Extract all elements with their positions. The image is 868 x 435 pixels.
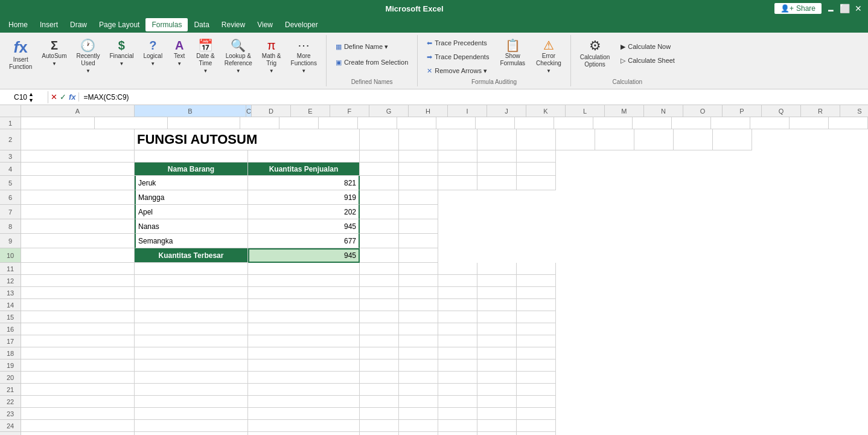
cell-c1[interactable] [168,117,240,129]
cell-c25[interactable] [248,432,360,435]
cell-b11[interactable] [135,263,248,275]
cell-b1[interactable] [95,117,168,129]
cell-e23[interactable] [399,408,438,420]
cell-f23[interactable] [438,408,477,420]
cell-c6[interactable]: 919 [248,190,360,205]
cell-f2[interactable] [438,129,477,150]
cell-e13[interactable] [399,287,438,299]
cell-c12[interactable] [248,275,360,287]
cell-g3[interactable] [477,150,517,163]
cell-c23[interactable] [248,408,360,420]
cell-g18[interactable] [477,347,517,359]
menu-view[interactable]: View [251,18,279,31]
maximize-icon[interactable]: ⬜ [840,4,850,13]
cell-c22[interactable] [248,396,360,408]
cell-e10[interactable] [399,248,438,263]
cell-h14[interactable] [517,299,556,311]
cell-d24[interactable] [360,420,399,432]
cell-r1[interactable] [790,117,829,129]
cell-f18[interactable] [438,347,477,359]
cell-b18[interactable] [135,347,248,359]
cell-f19[interactable] [438,359,477,372]
col-header-l[interactable]: L [566,105,605,117]
cell-g16[interactable] [477,323,517,335]
col-header-n[interactable]: N [644,105,683,117]
cell-g1[interactable] [358,117,397,129]
cell-a22[interactable] [21,396,135,408]
cell-a10[interactable] [21,248,135,263]
cell-d9[interactable] [360,234,399,248]
col-header-q[interactable]: Q [762,105,801,117]
cell-d15[interactable] [360,311,399,323]
cell-g5[interactable] [477,176,517,190]
cell-b22[interactable] [135,396,248,408]
cell-l2[interactable] [674,129,713,150]
cell-b2-title[interactable]: FUNGSI AUTOSUM [135,129,360,150]
menu-home[interactable]: Home [2,18,34,31]
cell-f5[interactable] [438,176,477,190]
cell-d19[interactable] [360,359,399,372]
cell-h18[interactable] [517,347,556,359]
cell-d2[interactable] [360,129,399,150]
cell-g23[interactable] [477,408,517,420]
cell-o1[interactable] [672,117,711,129]
menu-draw[interactable]: Draw [64,18,93,31]
cell-d10[interactable] [360,248,399,263]
cell-h5[interactable] [517,176,556,190]
define-name-button[interactable]: ▦ Define Name ▾ [331,40,392,53]
cell-h2[interactable] [517,129,556,150]
cell-a16[interactable] [21,323,135,335]
trace-precedents-button[interactable]: ⬅ Trace Precedents [423,36,493,50]
cell-f24[interactable] [438,420,477,432]
col-header-d[interactable]: D [252,105,291,117]
insert-function-button[interactable]: fx Insert Function [5,36,36,71]
cell-d23[interactable] [360,408,399,420]
cell-e16[interactable] [399,323,438,335]
formula-input[interactable]: =MAX(C5:C9) [79,93,868,102]
cell-b5[interactable]: Jeruk [135,176,248,190]
cell-g15[interactable] [477,311,517,323]
cell-e18[interactable] [399,347,438,359]
cell-e22[interactable] [399,396,438,408]
cell-d13[interactable] [360,287,399,299]
cell-d21[interactable] [360,384,399,396]
cell-c7[interactable]: 202 [248,205,360,219]
cell-b3[interactable] [135,150,248,163]
cell-b4-header[interactable]: Nama Barang [135,163,248,176]
cell-b23[interactable] [135,408,248,420]
lookup-button[interactable]: 🔍 Lookup &Reference ▼ [220,36,257,69]
cell-e25[interactable] [399,432,438,435]
cancel-formula-icon[interactable]: ✕ [51,92,57,102]
autosum-button[interactable]: Σ AutoSum ▼ [37,36,71,69]
cell-i2[interactable] [556,129,595,150]
col-header-g[interactable]: G [369,105,409,117]
cell-h13[interactable] [517,287,556,299]
cell-h12[interactable] [517,275,556,287]
cell-c17[interactable] [248,335,360,347]
cell-d18[interactable] [360,347,399,359]
cell-g13[interactable] [477,287,517,299]
cell-d22[interactable] [360,396,399,408]
cell-c10-footer[interactable]: 945 [248,248,360,263]
cell-f16[interactable] [438,323,477,335]
cell-b21[interactable] [135,384,248,396]
cell-g12[interactable] [477,275,517,287]
cell-b19[interactable] [135,359,248,372]
cell-h15[interactable] [517,311,556,323]
cell-b13[interactable] [135,287,248,299]
cell-b16[interactable] [135,323,248,335]
cell-b10-footer[interactable]: Kuantitas Terbesar [135,248,248,263]
cell-k2[interactable] [634,129,674,150]
cell-c14[interactable] [248,299,360,311]
cell-d25[interactable] [360,432,399,435]
col-header-c[interactable]: C [246,105,252,117]
fx-formula-icon[interactable]: fx [69,92,76,102]
recently-used-button[interactable]: 🕐 RecentlyUsed ▼ [72,36,104,69]
col-header-k[interactable]: K [526,105,566,117]
cell-a19[interactable] [21,359,135,372]
col-header-h[interactable]: H [409,105,448,117]
cell-l1[interactable] [554,117,593,129]
cell-a14[interactable] [21,299,135,311]
remove-arrows-button[interactable]: ✕ Remove Arrows ▾ [423,64,493,77]
cell-e24[interactable] [399,420,438,432]
